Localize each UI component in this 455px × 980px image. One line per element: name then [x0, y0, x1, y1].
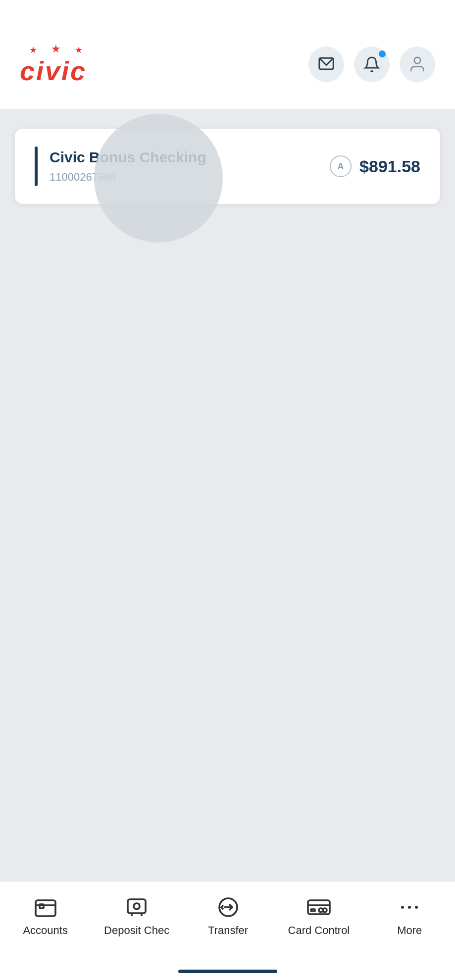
accounts-icon [34, 895, 57, 919]
main-content: Civic Bonus Checking 11000267686 A $891.… [0, 109, 455, 881]
svg-rect-14 [311, 909, 315, 911]
account-accent-bar [35, 147, 38, 186]
deposit-check-icon [125, 895, 149, 919]
nav-more[interactable]: More [377, 895, 442, 937]
account-card[interactable]: Civic Bonus Checking 11000267686 A $891.… [15, 129, 440, 204]
card-control-icon [307, 895, 331, 919]
star-left-icon: ★ [29, 45, 37, 55]
nav-accounts[interactable]: Accounts [13, 895, 78, 937]
svg-point-19 [415, 906, 418, 909]
home-indicator [178, 970, 277, 973]
nav-card-control[interactable]: Card Control [287, 895, 351, 937]
bell-button[interactable] [354, 47, 390, 82]
profile-icon [408, 55, 427, 74]
account-info: Civic Bonus Checking 11000267686 [50, 149, 206, 184]
account-balance: $891.58 [359, 157, 420, 176]
transfer-icon [216, 895, 240, 919]
message-button[interactable] [308, 47, 344, 82]
accounts-label: Accounts [23, 924, 68, 937]
profile-button[interactable] [400, 47, 435, 82]
available-icon: A [330, 155, 352, 177]
bottom-nav: Accounts Deposit Chec Transfer C [0, 881, 455, 980]
deposit-label: Deposit Chec [104, 924, 169, 937]
account-left: Civic Bonus Checking 11000267686 [35, 147, 206, 186]
notification-dot [379, 50, 386, 57]
message-icon [318, 56, 335, 73]
logo-text: civic [20, 57, 87, 84]
svg-point-18 [408, 906, 411, 909]
nav-deposit[interactable]: Deposit Chec [104, 895, 169, 937]
svg-point-1 [414, 57, 421, 64]
svg-rect-2 [36, 900, 55, 916]
transfer-label: Transfer [208, 924, 248, 937]
more-icon [398, 895, 421, 919]
star-right-icon: ★ [75, 45, 83, 55]
svg-rect-5 [128, 899, 146, 913]
account-right: A $891.58 [330, 155, 420, 177]
account-number: 11000267686 [50, 171, 206, 184]
nav-transfer[interactable]: Transfer [196, 895, 260, 937]
svg-point-17 [401, 906, 404, 909]
card-control-label: Card Control [288, 924, 350, 937]
app-header: ★ ★ ★ civic [0, 0, 455, 109]
more-label: More [397, 924, 422, 937]
svg-point-16 [319, 908, 323, 912]
civic-logo: ★ ★ ★ civic [20, 45, 87, 84]
bell-icon [363, 56, 380, 73]
star-middle-icon: ★ [51, 43, 61, 55]
header-actions [308, 47, 435, 82]
account-name: Civic Bonus Checking [50, 149, 206, 166]
